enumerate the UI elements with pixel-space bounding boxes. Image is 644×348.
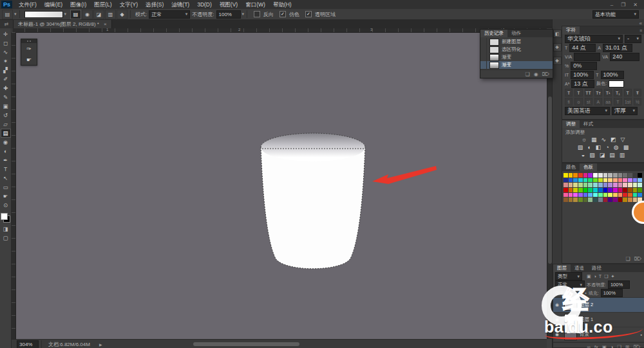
- delete-state-icon[interactable]: ⌦: [542, 71, 549, 77]
- swatch[interactable]: [598, 193, 603, 197]
- swatch[interactable]: [638, 193, 642, 197]
- swatch[interactable]: [628, 188, 632, 192]
- swatch[interactable]: [628, 173, 632, 178]
- visibility-eye-icon[interactable]: ◉: [555, 332, 562, 337]
- lasso-tool[interactable]: ∿: [1, 48, 11, 57]
- swatch[interactable]: [569, 193, 573, 197]
- swatch[interactable]: [598, 197, 603, 202]
- curves-icon[interactable]: ∿: [601, 136, 606, 143]
- swatch[interactable]: [628, 197, 632, 202]
- swatch[interactable]: [578, 183, 583, 187]
- swatch[interactable]: [573, 173, 578, 178]
- swatch[interactable]: [564, 183, 568, 187]
- swatch[interactable]: [613, 178, 618, 183]
- brightness-contrast-icon[interactable]: ☼: [582, 136, 587, 143]
- exposure-icon[interactable]: ◩: [611, 136, 616, 143]
- faux-italic-button[interactable]: T: [574, 89, 582, 96]
- history-step[interactable]: 渐变: [480, 53, 553, 61]
- layers-opacity-input[interactable]: 100%: [608, 280, 630, 289]
- filter-shape-icon[interactable]: ❑: [604, 274, 608, 279]
- minimize-button[interactable]: –: [611, 2, 613, 8]
- history-brush-tool[interactable]: ↺: [1, 111, 11, 120]
- ordinals-button[interactable]: 1st: [624, 98, 632, 105]
- swatch[interactable]: [618, 183, 623, 187]
- swatch[interactable]: [588, 188, 592, 192]
- swatch[interactable]: [633, 173, 638, 178]
- new-layer-icon[interactable]: ⊞: [625, 344, 629, 348]
- blend-mode-select[interactable]: 正常 ▾: [555, 280, 585, 289]
- layer-thumbnail[interactable]: [564, 329, 577, 340]
- swatch[interactable]: [638, 183, 642, 187]
- swash-button[interactable]: A: [594, 98, 602, 105]
- swatch[interactable]: [628, 178, 632, 183]
- history-step[interactable]: 新建图层: [480, 38, 553, 46]
- swatch[interactable]: [588, 178, 592, 183]
- small-caps-button[interactable]: Tᴛ: [594, 89, 602, 96]
- tab-actions[interactable]: 动作: [507, 30, 525, 37]
- swatch[interactable]: [588, 173, 592, 178]
- adjustment-layer-icon[interactable]: ◑: [611, 344, 614, 348]
- filter-pixel-icon[interactable]: ▣: [587, 274, 591, 279]
- horizontal-scrollbar-thumb[interactable]: [193, 342, 299, 346]
- close-button[interactable]: ✕: [633, 2, 638, 8]
- swatch[interactable]: [638, 188, 642, 192]
- swatch[interactable]: [633, 197, 638, 202]
- filter-type-icon[interactable]: T: [599, 274, 601, 279]
- menu-item[interactable]: 编辑(E): [41, 1, 66, 9]
- transparency-checkbox[interactable]: ✓: [305, 11, 312, 17]
- eyedropper-tool[interactable]: ✐: [1, 75, 11, 84]
- posterize-icon[interactable]: ▨: [589, 152, 595, 158]
- swatch[interactable]: [578, 188, 583, 192]
- swatch[interactable]: [613, 173, 618, 178]
- text-color-swatch[interactable]: [609, 80, 624, 87]
- swatch[interactable]: [569, 183, 573, 187]
- lock-transparent-icon[interactable]: ▨: [567, 291, 572, 296]
- tab-color[interactable]: 颜色: [562, 163, 580, 171]
- photo-filter-icon[interactable]: ◔: [605, 144, 609, 151]
- layer-row[interactable]: ◉ 图层 2: [553, 298, 644, 313]
- swatch[interactable]: [564, 188, 568, 192]
- fractions-button[interactable]: ½: [634, 98, 641, 105]
- swatch[interactable]: [569, 178, 573, 183]
- gradient-picker[interactable]: ▾: [24, 11, 67, 18]
- blend-mode-select[interactable]: 正常 ▾: [149, 10, 190, 19]
- swatch[interactable]: [593, 197, 598, 202]
- swatch[interactable]: [564, 178, 568, 183]
- foreground-color-swatch[interactable]: [1, 213, 8, 220]
- swatch[interactable]: [564, 193, 568, 197]
- restore-button[interactable]: ❐: [621, 2, 625, 8]
- new-swatch-icon[interactable]: ❏: [626, 256, 630, 262]
- menu-item[interactable]: 文字(Y): [116, 1, 142, 9]
- tab-character[interactable]: 字符: [562, 26, 580, 34]
- clone-stamp-tool[interactable]: ▣: [1, 102, 11, 111]
- layer-name[interactable]: 背景: [580, 331, 589, 338]
- history-brush-source[interactable]: [480, 38, 487, 46]
- swatch[interactable]: [588, 183, 592, 187]
- anti-alias-select[interactable]: 浑厚 ▾: [612, 107, 638, 115]
- angle-gradient-button[interactable]: ◪: [93, 10, 104, 19]
- tab-adjustments[interactable]: 调整: [562, 120, 580, 128]
- move-tool[interactable]: ✛: [1, 30, 11, 39]
- swatch[interactable]: [618, 178, 623, 183]
- quick-mask-button[interactable]: ◨: [1, 224, 11, 234]
- swatch[interactable]: [613, 197, 618, 202]
- subscript-button[interactable]: T₁: [614, 89, 621, 96]
- swatch[interactable]: [633, 188, 638, 192]
- swatch[interactable]: [628, 193, 632, 197]
- brush-tool[interactable]: ✎: [1, 93, 11, 102]
- history-step[interactable]: 选区羽化: [480, 46, 553, 53]
- swatch[interactable]: [593, 188, 598, 192]
- menu-item[interactable]: 文件(F): [15, 1, 41, 9]
- swatch[interactable]: [593, 193, 598, 197]
- swatch[interactable]: [583, 183, 588, 187]
- leading-input[interactable]: 31.01 点: [603, 44, 632, 52]
- swatch[interactable]: [583, 188, 588, 192]
- color-lookup-icon[interactable]: ▩: [623, 144, 629, 151]
- tool-preset-picker[interactable]: ▤ ▾: [2, 10, 17, 19]
- vibrance-icon[interactable]: ▽: [620, 136, 625, 143]
- swatch[interactable]: [593, 183, 598, 187]
- reverse-checkbox[interactable]: [254, 11, 260, 17]
- menu-item[interactable]: 图像(I): [66, 1, 90, 9]
- swatch[interactable]: [588, 197, 592, 202]
- vertical-scale-input[interactable]: 100%: [571, 71, 594, 79]
